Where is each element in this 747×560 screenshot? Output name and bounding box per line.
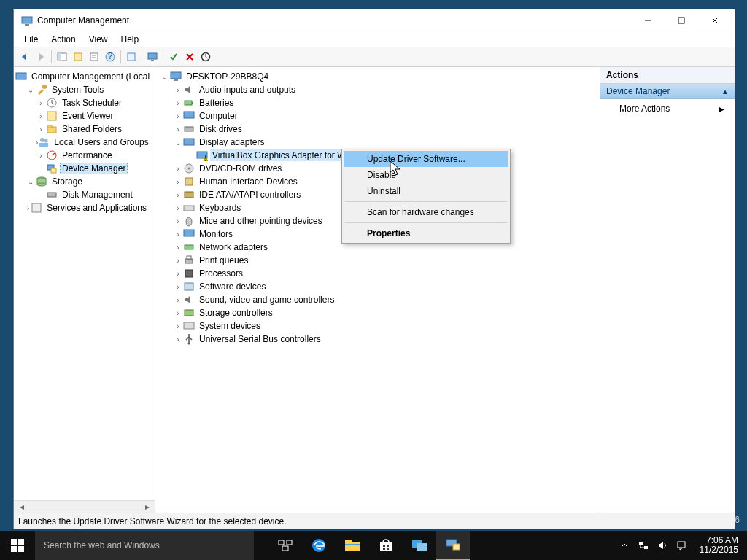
chevron-right-icon[interactable]: › xyxy=(173,191,183,199)
chevron-right-icon[interactable]: › xyxy=(173,244,183,252)
scroll-left-button[interactable]: ◂ xyxy=(15,501,28,512)
menu-view[interactable]: View xyxy=(83,33,114,46)
device-system-devices[interactable]: ›System devices xyxy=(157,319,598,332)
device-usb[interactable]: ›Universal Serial Bus controllers xyxy=(157,332,598,346)
device-sound[interactable]: ›Sound, video and game controllers xyxy=(157,293,598,306)
tray-volume-icon[interactable] xyxy=(656,540,669,551)
device-print-queues[interactable]: ›Print queues xyxy=(157,254,598,267)
svg-rect-83 xyxy=(678,542,685,548)
uninstall-device-button[interactable] xyxy=(198,49,214,65)
chevron-down-icon[interactable]: ⌄ xyxy=(160,73,170,81)
chevron-right-icon[interactable]: › xyxy=(173,296,183,304)
device-storage-ctrl[interactable]: ›Storage controllers xyxy=(157,306,598,319)
tree-services-apps[interactable]: › Services and Applications xyxy=(15,201,153,214)
chevron-right-icon[interactable]: › xyxy=(173,125,183,133)
chevron-right-icon[interactable]: › xyxy=(36,112,46,120)
horizontal-scrollbar[interactable]: ◂ ▸ xyxy=(14,500,155,513)
device-computer-cat[interactable]: ›Computer xyxy=(157,109,598,122)
device-software-devices[interactable]: ›Software devices xyxy=(157,280,598,293)
tree-local-users[interactable]: › Local Users and Groups xyxy=(15,136,153,149)
chevron-right-icon[interactable]: › xyxy=(173,257,183,265)
tree-event-viewer[interactable]: › Event Viewer xyxy=(15,109,153,122)
taskbar-search[interactable]: Search the web and Windows xyxy=(35,531,254,560)
chevron-right-icon[interactable]: › xyxy=(173,230,183,238)
chevron-right-icon[interactable]: › xyxy=(36,99,46,107)
chevron-down-icon[interactable]: ⌄ xyxy=(26,178,36,186)
monitor-button[interactable] xyxy=(144,49,160,65)
close-button[interactable] xyxy=(698,9,732,31)
tree-task-scheduler[interactable]: › Task Scheduler xyxy=(15,96,153,109)
menu-action[interactable]: Action xyxy=(45,33,81,46)
tree-device-manager[interactable]: Device Manager xyxy=(15,162,153,175)
chevron-right-icon[interactable]: › xyxy=(26,204,31,212)
disable-device-button[interactable] xyxy=(182,49,198,65)
chevron-right-icon[interactable]: › xyxy=(173,178,183,186)
device-display-adapters[interactable]: ⌄Display adapters xyxy=(157,136,598,149)
show-hide-tree-button[interactable] xyxy=(54,49,70,65)
back-button[interactable] xyxy=(17,49,33,65)
taskbar-explorer[interactable] xyxy=(336,531,369,560)
chevron-right-icon[interactable]: › xyxy=(173,270,183,278)
chevron-right-icon[interactable]: › xyxy=(36,152,46,160)
menu-file[interactable]: File xyxy=(18,33,44,46)
tray-clock[interactable]: 7:06 AM 11/2/2015 xyxy=(694,536,744,555)
chevron-right-icon[interactable]: › xyxy=(173,322,183,330)
chevron-right-icon[interactable]: › xyxy=(173,204,183,212)
device-processors[interactable]: ›Processors xyxy=(157,267,598,280)
tree-disk-management[interactable]: Disk Management xyxy=(15,188,153,201)
menu-help[interactable]: Help xyxy=(115,33,145,46)
actions-more[interactable]: More Actions ▶ xyxy=(600,99,735,118)
device-list-pane[interactable]: ⌄ DESKTOP-29BB8Q4 ›Audio inputs and outp… xyxy=(155,67,600,513)
chevron-right-icon[interactable]: › xyxy=(173,86,183,94)
minimize-button[interactable] xyxy=(631,9,665,31)
device-batteries[interactable]: ›Batteries xyxy=(157,96,598,109)
chevron-right-icon[interactable]: › xyxy=(173,309,183,317)
system-tray[interactable]: 7:06 AM 11/2/2015 xyxy=(618,531,747,560)
tray-notifications-icon[interactable] xyxy=(675,540,688,551)
collapse-icon[interactable]: ▲ xyxy=(721,88,729,96)
chevron-right-icon[interactable]: › xyxy=(173,335,183,343)
tree-root[interactable]: Computer Management (Local xyxy=(15,70,153,83)
taskbar-edge[interactable] xyxy=(302,531,336,560)
console-tree-pane[interactable]: Computer Management (Local ⌄ System Tool… xyxy=(14,67,155,513)
chevron-down-icon[interactable]: ⌄ xyxy=(173,139,183,147)
context-disable[interactable]: Disable xyxy=(344,167,508,183)
properties-button[interactable] xyxy=(70,49,86,65)
context-uninstall[interactable]: Uninstall xyxy=(344,183,508,199)
export-list-button[interactable] xyxy=(86,49,102,65)
start-button[interactable] xyxy=(0,531,35,560)
chevron-right-icon[interactable]: › xyxy=(173,217,183,225)
titlebar[interactable]: Computer Management xyxy=(14,9,735,31)
chevron-right-icon[interactable]: › xyxy=(173,165,183,173)
scroll-right-button[interactable]: ▸ xyxy=(141,501,153,512)
chevron-down-icon[interactable]: ⌄ xyxy=(26,86,36,94)
device-disk-drives[interactable]: ›Disk drives xyxy=(157,122,598,136)
context-scan[interactable]: Scan for hardware changes xyxy=(344,204,508,220)
view-mode-button[interactable] xyxy=(123,49,139,65)
device-root[interactable]: ⌄ DESKTOP-29BB8Q4 xyxy=(157,70,598,83)
taskbar-compmgmt[interactable] xyxy=(436,531,470,560)
help-toolbar-button[interactable]: ? xyxy=(102,49,118,65)
context-update-driver[interactable]: Update Driver Software... xyxy=(344,151,508,167)
enable-device-button[interactable] xyxy=(166,49,182,65)
taskbar[interactable]: Search the web and Windows 7:06 AM 11/2/… xyxy=(0,531,747,560)
device-audio[interactable]: ›Audio inputs and outputs xyxy=(157,83,598,96)
taskbar-store[interactable] xyxy=(369,531,403,560)
tray-network-icon[interactable] xyxy=(637,540,650,551)
chevron-right-icon[interactable]: › xyxy=(36,125,46,133)
chevron-right-icon[interactable]: › xyxy=(173,283,183,291)
tray-chevron-up-icon[interactable] xyxy=(618,542,631,549)
taskbar-app-generic[interactable] xyxy=(403,531,436,560)
chevron-right-icon[interactable]: › xyxy=(173,99,183,107)
tree-shared-folders[interactable]: › Shared Folders xyxy=(15,122,153,136)
tree-system-tools[interactable]: ⌄ System Tools xyxy=(15,83,153,96)
tree-storage[interactable]: ⌄ Storage xyxy=(15,175,153,188)
context-properties[interactable]: Properties xyxy=(344,225,508,241)
actions-section[interactable]: Device Manager ▲ xyxy=(600,84,735,99)
forward-button[interactable] xyxy=(33,49,49,65)
context-menu[interactable]: Update Driver Software... Disable Uninst… xyxy=(341,149,511,244)
maximize-button[interactable] xyxy=(665,9,698,31)
task-view-button[interactable] xyxy=(268,531,302,560)
chevron-right-icon[interactable]: › xyxy=(173,112,183,120)
tree-performance[interactable]: › Performance xyxy=(15,149,153,162)
